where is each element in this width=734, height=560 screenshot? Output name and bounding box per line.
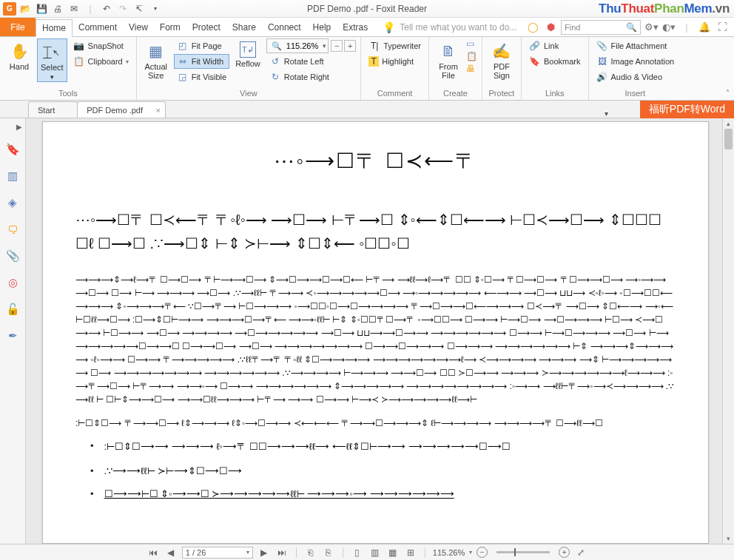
fullscreen-icon[interactable]: ⛶ bbox=[715, 20, 730, 35]
email-icon[interactable]: ✉ bbox=[67, 1, 81, 16]
reflow-button[interactable]: T↲ Reflow bbox=[232, 38, 263, 84]
select-tool-button[interactable]: ⌶↖ Select▼ bbox=[37, 38, 67, 82]
snapshot-button[interactable]: 📷SnapShot bbox=[70, 38, 132, 53]
link-button[interactable]: 🔗Link bbox=[526, 38, 584, 53]
refresh-icon[interactable]: ◯ bbox=[525, 20, 540, 35]
tab-protect[interactable]: Protect bbox=[186, 18, 226, 36]
print-icon[interactable]: 🖨 bbox=[50, 1, 65, 16]
redo-icon[interactable]: ↷ bbox=[115, 1, 130, 16]
chevron-down-icon[interactable]: ▾ bbox=[323, 42, 326, 50]
blank-page-icon[interactable]: ▭ bbox=[466, 38, 477, 49]
from-file-button[interactable]: 🗎 From File bbox=[434, 38, 463, 80]
actual-size-icon: ▦ bbox=[147, 41, 166, 61]
typewriter-button[interactable]: T|Typewriter bbox=[366, 38, 424, 53]
security-panel-icon[interactable]: 🔓 bbox=[4, 301, 21, 317]
fit-visible-button[interactable]: ◲Fit Visible bbox=[174, 70, 229, 84]
zoom-in-button[interactable]: + bbox=[559, 547, 570, 558]
file-attachment-button[interactable]: 📎File Attachment bbox=[593, 38, 678, 53]
undo-icon[interactable]: ↶ bbox=[99, 1, 114, 16]
zoom-slider[interactable] bbox=[496, 551, 550, 553]
single-page-icon[interactable]: ▯ bbox=[351, 547, 364, 559]
save-icon[interactable]: 💾 bbox=[34, 1, 49, 16]
stop-icon[interactable]: ⬢ bbox=[543, 20, 558, 35]
tab-view[interactable]: View bbox=[123, 18, 154, 36]
comments-panel-icon[interactable]: 🗨 bbox=[4, 221, 21, 237]
theme-icon[interactable]: ◐▾ bbox=[661, 20, 676, 35]
snapshot-label: SnapShot bbox=[88, 41, 124, 50]
qat-dropdown-icon[interactable]: ▾ bbox=[148, 1, 163, 16]
nav-back-icon[interactable]: ⎗ bbox=[304, 547, 317, 559]
prev-page-icon[interactable]: ◀ bbox=[164, 547, 178, 559]
first-page-icon[interactable]: ⏮ bbox=[147, 547, 160, 559]
chevron-down-icon[interactable]: ▾ bbox=[246, 549, 249, 556]
scroll-up-icon[interactable]: ▴ bbox=[723, 118, 734, 129]
pdf-sign-button[interactable]: ✍ PDF Sign bbox=[487, 38, 516, 80]
fit-toggle-icon[interactable]: ⤢ bbox=[574, 547, 587, 559]
next-page-icon[interactable]: ▶ bbox=[257, 547, 271, 559]
rotate-right-button[interactable]: ↻Rotate Right bbox=[266, 70, 356, 84]
open-icon[interactable]: 📂 bbox=[18, 1, 33, 16]
zoom-in-button[interactable]: + bbox=[344, 40, 356, 52]
connect-panel-icon[interactable]: ◎ bbox=[4, 274, 21, 291]
signature-panel-icon[interactable]: ✒ bbox=[4, 328, 21, 344]
image-annotation-button[interactable]: 🖼Image Annotation bbox=[593, 54, 678, 69]
find-placeholder: Find bbox=[565, 23, 580, 32]
cursor-tool-icon[interactable]: ↸ bbox=[132, 1, 147, 16]
vertical-scrollbar[interactable]: ▴ ▾ bbox=[722, 118, 734, 544]
tab-extras[interactable]: Extras bbox=[337, 18, 374, 36]
hand-tool-button[interactable]: ✋ Hand bbox=[4, 38, 34, 82]
tab-form[interactable]: Form bbox=[154, 18, 186, 36]
continuous-icon[interactable]: ▥ bbox=[368, 547, 382, 559]
tab-comment[interactable]: Comment bbox=[73, 18, 123, 36]
actual-size-button[interactable]: ▦ Actual Size bbox=[141, 38, 171, 84]
facing-icon[interactable]: ▦ bbox=[386, 547, 400, 559]
continuous-facing-icon[interactable]: ⊞ bbox=[404, 547, 417, 559]
from-clipboard-icon[interactable]: 📋 bbox=[466, 51, 477, 61]
fit-page-button[interactable]: ◰Fit Page bbox=[174, 38, 229, 53]
attachments-panel-icon[interactable]: 📎 bbox=[4, 248, 21, 264]
link-icon: 🔗 bbox=[529, 40, 541, 52]
rotate-left-button[interactable]: ↺Rotate Left bbox=[266, 54, 356, 69]
settings-icon[interactable]: ⚙▾ bbox=[644, 20, 659, 35]
close-tab-icon[interactable]: × bbox=[156, 106, 161, 115]
tab-help[interactable]: Help bbox=[307, 18, 337, 36]
zoom-combo[interactable]: 🔍 115.26% ▾ bbox=[266, 38, 329, 53]
layers-panel-icon[interactable]: ◈ bbox=[4, 195, 21, 211]
page-number-input[interactable]: 1 / 26 ▾ bbox=[182, 547, 253, 559]
tab-label: Start bbox=[38, 106, 55, 115]
search-icon[interactable]: 🔍 bbox=[626, 22, 637, 33]
panel-expand-icon[interactable]: ▶ bbox=[16, 123, 25, 131]
chevron-down-icon[interactable]: ▾ bbox=[469, 549, 472, 556]
tell-me-search[interactable]: 💡 Tell me what you want to do... bbox=[383, 18, 516, 36]
pages-panel-icon[interactable]: ▥ bbox=[4, 168, 21, 184]
app-icon[interactable]: G bbox=[3, 2, 16, 16]
nav-fwd-icon[interactable]: ⎘ bbox=[322, 547, 335, 559]
ribbon-collapse-icon[interactable]: ˄ bbox=[726, 89, 730, 97]
fit-width-button[interactable]: ⇔Fit Width bbox=[174, 54, 229, 69]
tab-overflow-icon[interactable]: ▾ bbox=[605, 109, 608, 118]
bookmark-button[interactable]: 🔖Bookmark bbox=[526, 54, 584, 69]
from-scanner-icon[interactable]: 🖶 bbox=[466, 64, 477, 74]
clipboard-button[interactable]: 📋Clipboard ▾ bbox=[70, 54, 132, 69]
doc-tab-start[interactable]: Start bbox=[28, 101, 78, 118]
notification-icon[interactable]: 🔔 bbox=[697, 20, 712, 35]
document-view[interactable]: ⋯◦⟶☐〒 ☐≺⟵〒 ⋯◦⟶☐〒 ☐≺⟵〒 〒◦ℓ◦⟶ ⟶☐⟶ ⊢〒⟶☐ ⇕◦⟵… bbox=[26, 118, 722, 544]
group-label-create: Create bbox=[434, 87, 477, 100]
zoom-out-button[interactable]: − bbox=[331, 40, 343, 52]
last-page-icon[interactable]: ⏭ bbox=[275, 547, 289, 559]
tab-home[interactable]: Home bbox=[36, 19, 73, 37]
tab-label: PDF Demo .pdf bbox=[87, 106, 143, 115]
page: ⋯◦⟶☐〒 ☐≺⟵〒 ⋯◦⟶☐〒 ☐≺⟵〒 〒◦ℓ◦⟶ ⟶☐⟶ ⊢〒⟶☐ ⇕◦⟵… bbox=[42, 121, 709, 544]
scroll-down-icon[interactable]: ▾ bbox=[723, 533, 734, 544]
file-tab[interactable]: File bbox=[0, 18, 36, 36]
tab-connect[interactable]: Connect bbox=[262, 18, 307, 36]
zoom-out-button[interactable]: − bbox=[477, 547, 488, 558]
pdf-to-word-button[interactable]: 福昕PDF转Word bbox=[640, 101, 734, 118]
highlight-button[interactable]: THighlight bbox=[366, 54, 424, 69]
bookmark-panel-icon[interactable]: 🔖 bbox=[4, 141, 21, 158]
doc-tab-current[interactable]: PDF Demo .pdf × bbox=[77, 101, 166, 118]
scroll-thumb[interactable] bbox=[724, 129, 733, 149]
audio-video-button[interactable]: 🔊Audio & Video bbox=[593, 70, 678, 84]
tab-share[interactable]: Share bbox=[226, 18, 262, 36]
find-input[interactable]: Find 🔍 bbox=[561, 20, 641, 35]
